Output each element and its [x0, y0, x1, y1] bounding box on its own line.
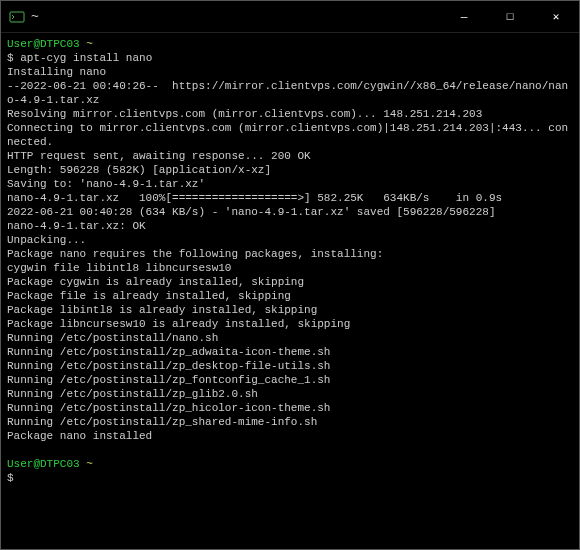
- output-line: cygwin file libintl8 libncursesw10: [7, 261, 573, 275]
- blank-line: [7, 443, 573, 457]
- maximize-button[interactable]: □: [487, 1, 533, 32]
- output-line: Length: 596228 (582K) [application/x-xz]: [7, 163, 573, 177]
- terminal-window: ~ — □ ✕ User@DTPC03 ~$ apt-cyg install n…: [0, 0, 580, 550]
- output-line: Running /etc/postinstall/zp_glib2.0.sh: [7, 387, 573, 401]
- output-line: Running /etc/postinstall/zp_adwaita-icon…: [7, 345, 573, 359]
- prompt-line: User@DTPC03 ~: [7, 37, 573, 51]
- prompt-user-host: User@DTPC03: [7, 38, 80, 50]
- prompt-ready: $: [7, 471, 573, 485]
- command-line: $ apt-cyg install nano: [7, 51, 573, 65]
- output-line: Resolving mirror.clientvps.com (mirror.c…: [7, 107, 573, 121]
- output-line: Running /etc/postinstall/zp_fontconfig_c…: [7, 373, 573, 387]
- output-line: Package libncursesw10 is already install…: [7, 317, 573, 331]
- output-line: --2022-06-21 00:40:26-- https://mirror.c…: [7, 79, 573, 107]
- output-line: HTTP request sent, awaiting response... …: [7, 149, 573, 163]
- svg-rect-0: [10, 12, 24, 22]
- output-line: nano-4.9-1.tar.xz: OK: [7, 219, 573, 233]
- window-controls: — □ ✕: [441, 1, 579, 32]
- output-line: Running /etc/postinstall/zp_hicolor-icon…: [7, 401, 573, 415]
- command-text: apt-cyg install nano: [20, 52, 152, 64]
- output-line: Package nano installed: [7, 429, 573, 443]
- output-line: Package file is already installed, skipp…: [7, 289, 573, 303]
- terminal-body[interactable]: User@DTPC03 ~$ apt-cyg install nanoInsta…: [1, 33, 579, 549]
- titlebar: ~ — □ ✕: [1, 1, 579, 33]
- output-line: Package nano requires the following pack…: [7, 247, 573, 261]
- prompt-path: ~: [86, 38, 93, 50]
- output-line: nano-4.9-1.tar.xz 100%[=================…: [7, 191, 573, 205]
- output-line: Running /etc/postinstall/nano.sh: [7, 331, 573, 345]
- prompt-path: ~: [86, 458, 93, 470]
- maximize-icon: □: [507, 11, 514, 23]
- output-line: Saving to: 'nano-4.9-1.tar.xz': [7, 177, 573, 191]
- prompt-user-host: User@DTPC03: [7, 458, 80, 470]
- output-line: Package libintl8 is already installed, s…: [7, 303, 573, 317]
- output-line: Running /etc/postinstall/zp_shared-mime-…: [7, 415, 573, 429]
- window-title: ~: [31, 9, 39, 24]
- close-button[interactable]: ✕: [533, 1, 579, 32]
- output-line: Running /etc/postinstall/zp_desktop-file…: [7, 359, 573, 373]
- output-line: Installing nano: [7, 65, 573, 79]
- output-line: Connecting to mirror.clientvps.com (mirr…: [7, 121, 573, 149]
- output-line: Package cygwin is already installed, ski…: [7, 275, 573, 289]
- app-icon: [9, 9, 25, 25]
- output-line: 2022-06-21 00:40:28 (634 KB/s) - 'nano-4…: [7, 205, 573, 219]
- close-icon: ✕: [553, 10, 560, 23]
- output-line: Unpacking...: [7, 233, 573, 247]
- titlebar-left: ~: [1, 9, 39, 25]
- prompt-symbol: $: [7, 472, 14, 484]
- prompt-line: User@DTPC03 ~: [7, 457, 573, 471]
- prompt-symbol: $: [7, 52, 14, 64]
- minimize-button[interactable]: —: [441, 1, 487, 32]
- minimize-icon: —: [461, 11, 468, 23]
